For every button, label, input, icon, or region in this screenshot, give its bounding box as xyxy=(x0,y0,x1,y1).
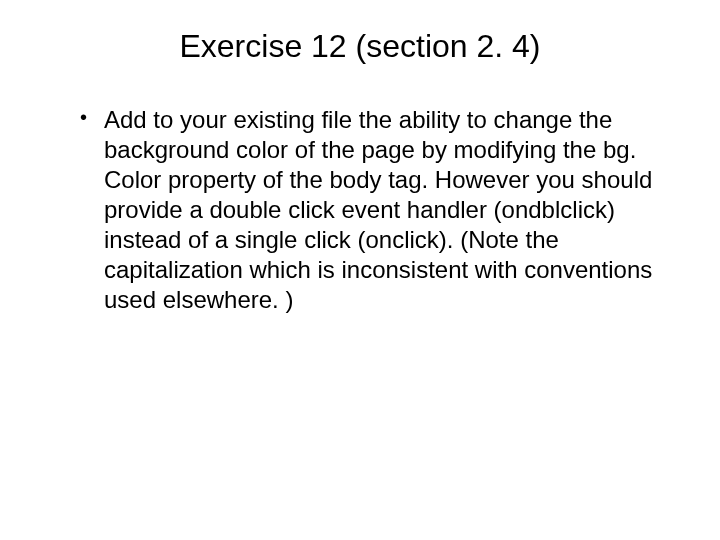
list-item: Add to your existing file the ability to… xyxy=(80,105,670,315)
slide-title: Exercise 12 (section 2. 4) xyxy=(50,28,670,65)
bullet-list: Add to your existing file the ability to… xyxy=(50,105,670,315)
